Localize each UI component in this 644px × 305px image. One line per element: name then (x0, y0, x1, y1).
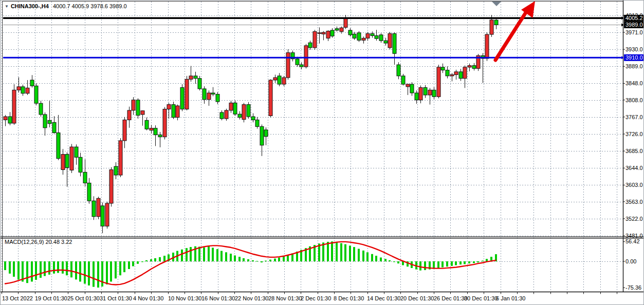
svg-text:0.00: 0.00 (625, 258, 636, 264)
date-label: 4 Nov 01:30 (133, 295, 163, 301)
price-badge-3989.0: 3989.0 (621, 22, 644, 28)
time-axis[interactable]: 13 Oct 202219 Oct 01:3025 Oct 01:3031 Oc… (2, 292, 617, 302)
symbol-title: CHINA300-,H4 (11, 3, 49, 9)
svg-text:3767.0: 3767.0 (625, 114, 643, 120)
date-label: 16 Nov 01:30 (201, 295, 235, 301)
date-label: 26 Dec 01:30 (434, 295, 467, 301)
svg-text:-75.36: -75.36 (625, 284, 641, 291)
date-label: 2 Dec 01:30 (301, 295, 331, 301)
ohlc-values: 4000.7 4005.9 3978.6 3989.0 (53, 3, 127, 9)
svg-text:3971.0: 3971.0 (625, 29, 643, 35)
svg-text:3522.0: 3522.0 (625, 216, 643, 222)
svg-text:3889.0: 3889.0 (625, 63, 643, 69)
macd-axis: 56.420.00-75.36 (623, 238, 641, 291)
object-anchor-marker[interactable] (492, 2, 501, 6)
svg-text:4005.2: 4005.2 (625, 15, 643, 21)
date-label: 10 Nov 01:30 (168, 295, 201, 301)
svg-text:3726.0: 3726.0 (625, 131, 643, 137)
date-label: 19 Oct 01:30 (35, 295, 67, 301)
candlesticks (4, 15, 498, 233)
chart-canvas[interactable]: 4012.03971.03930.03889.03848.03808.03767… (1, 1, 644, 305)
svg-text:56.42: 56.42 (625, 238, 640, 244)
chart-header: ▼CHINA300-,H44000.7 4005.9 3978.6 3989.0 (5, 3, 127, 9)
svg-text:3603.0: 3603.0 (625, 182, 643, 188)
date-label: 6 Jan 01:30 (496, 295, 526, 301)
price-axis: 4012.03971.03930.03889.03848.03808.03767… (623, 12, 643, 239)
date-label: 31 Oct 01:30 (100, 295, 132, 301)
svg-text:3481.0: 3481.0 (625, 233, 643, 239)
symbol-dropdown-icon[interactable]: ▼ (5, 4, 9, 9)
trading-chart-window: 4012.03971.03930.03889.03848.03808.03767… (0, 0, 644, 305)
macd-signal-line (5, 242, 496, 285)
date-label: 14 Dec 01:30 (367, 295, 400, 301)
svg-text:3685.0: 3685.0 (625, 148, 643, 154)
price-badge-4005.2: 4005.2 (621, 15, 644, 22)
date-label: 22 Nov 01:30 (235, 295, 268, 301)
macd-indicator-label: MACD(12,26,9) 20.48 3.22 (5, 239, 72, 245)
date-label: 8 Dec 01:30 (334, 295, 364, 301)
trend-arrow[interactable] (495, 1, 535, 60)
date-label: 25 Oct 01:30 (67, 295, 100, 301)
macd-panel (4, 241, 497, 288)
svg-text:3930.0: 3930.0 (625, 46, 643, 52)
svg-text:3644.0: 3644.0 (625, 165, 643, 171)
svg-text:3563.0: 3563.0 (625, 199, 643, 205)
date-label: 13 Oct 2022 (2, 295, 33, 301)
date-label: 20 Dec 01:30 (400, 295, 434, 301)
svg-text:3989.0: 3989.0 (625, 22, 643, 28)
svg-text:3910.0: 3910.0 (625, 54, 643, 61)
date-label: 28 Nov 01:30 (268, 295, 302, 301)
date-label: 30 Dec 01:30 (464, 295, 498, 301)
svg-text:3848.0: 3848.0 (625, 80, 643, 86)
price-badge-3910.0: 3910.0 (621, 54, 644, 61)
svg-text:3808.0: 3808.0 (625, 97, 643, 103)
